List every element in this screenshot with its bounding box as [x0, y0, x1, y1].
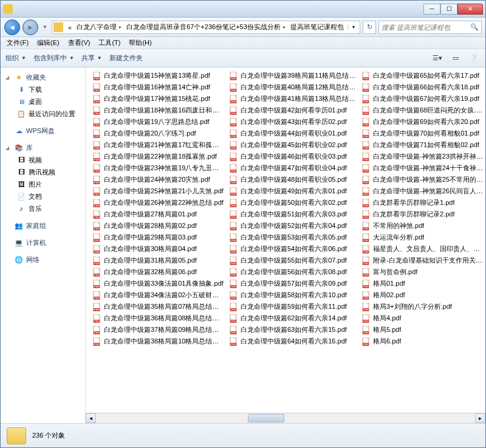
sidebar-item-pictures[interactable]: 🖼 图片	[1, 178, 85, 190]
breadcrumb-segment[interactable]: 白龙八字命理 ▸	[74, 22, 124, 32]
file-item[interactable]: PDF白龙命理中级篇38格局篇10格局总结练习.pdf	[91, 336, 227, 347]
file-item[interactable]: PDF白龙命理中级篇23神煞篇19八专九丑煞.pdf	[91, 162, 227, 174]
history-dropdown[interactable]: ▼	[41, 21, 49, 33]
include-in-library-button[interactable]: 包含到库中 ▼	[33, 53, 74, 63]
file-item[interactable]: PDF白龙命理中级篇71如何看相貌02.pdf	[360, 139, 485, 151]
file-item[interactable]: PDF格局5.pdf	[360, 324, 485, 336]
file-item[interactable]: PDF白龙命理中级篇53如何看六亲05.pdf	[227, 232, 360, 243]
file-item[interactable]: PDF附录-白龙命理基础知识干支作用关系.pdf	[360, 255, 485, 266]
scroll-track[interactable]	[96, 413, 475, 423]
sidebar-libraries[interactable]: ◢ 📚 库	[1, 142, 85, 154]
file-item[interactable]: PDF白龙命理中级篇44如何看职业01.pdf	[227, 128, 360, 139]
scroll-right-button[interactable]: ►	[475, 413, 485, 423]
file-item[interactable]: PDF白龙命理中级篇70如何看相貌01.pdf	[360, 128, 485, 139]
sidebar-homegroup[interactable]: 👥 家庭组	[1, 219, 85, 232]
file-item[interactable]: PDF白龙命理中级篇-神煞篇26民间盲人常用神煞.pdf	[360, 185, 485, 197]
file-item[interactable]: PDF白龙命理中级篇33像法篇01具像抽象.pdf	[91, 278, 227, 289]
sidebar-computer[interactable]: 💻 计算机	[1, 236, 85, 249]
sidebar-favorites[interactable]: ◢ ★ 收藏夹	[1, 71, 85, 83]
file-item[interactable]: PDF格局4.pdf	[360, 312, 485, 324]
file-item[interactable]: PDF白龙命理中级篇-神煞篇24十干食禄金羊禄.pdf	[360, 162, 485, 174]
file-item[interactable]: PDF白龙命理中级篇42如何看学历01.pdf	[227, 105, 360, 116]
breadcrumb-root[interactable]: «	[66, 24, 74, 31]
file-item[interactable]: PDF白龙命理中级篇59如何看六亲11.pdf	[227, 301, 360, 312]
file-item[interactable]: PDF白龙命理中级篇37格局篇09格局总结练习.pdf	[91, 324, 227, 336]
sidebar-item-downloads[interactable]: ⬇ 下载	[1, 83, 85, 95]
menu-file[interactable]: 文件(F)	[3, 37, 32, 49]
sidebar-wps[interactable]: ☁ WPS网盘	[1, 125, 85, 137]
file-item[interactable]: PDF白龙命理中级篇52如何看六亲04.pdf	[227, 220, 360, 232]
menu-tools[interactable]: 工具(T)	[95, 37, 124, 49]
file-item[interactable]: PDF白龙命理中级篇57如何看六亲09.pdf	[227, 278, 360, 289]
file-item[interactable]: PDF白龙命理中级篇35格局篇07格局总结练习.pdf	[91, 301, 227, 312]
file-item[interactable]: PDF白龙命理中级篇69如何看六亲20.pdf	[360, 116, 485, 128]
file-item[interactable]: PDF白龙命理中级篇66如何看六亲18.pdf	[360, 81, 485, 93]
search-box[interactable]: 🔍	[378, 21, 482, 34]
file-item[interactable]: PDF白龙命理中级篇68巨道闷死的女孩.pdf	[360, 105, 485, 116]
file-item[interactable]: PDF大运流年分析.pdf	[360, 232, 485, 243]
file-item[interactable]: PDF白龙命理中级篇63如何看六亲15.pdf	[227, 324, 360, 336]
file-item[interactable]: PDF白龙命理中级篇47如何看职业04.pdf	[227, 162, 360, 174]
file-item[interactable]: PDF白龙命理中级篇22神煞篇18孤寡煞.pdf	[91, 151, 227, 162]
breadcrumb-segment[interactable]: 白龙命理提高班录音67个+236份笔记+53份实战分析 ▸	[124, 22, 288, 32]
minimize-button[interactable]: ─	[423, 4, 440, 15]
file-item[interactable]: PDF白龙群看学历群聊记录1.pdf	[360, 197, 485, 208]
scroll-thumb[interactable]	[248, 414, 284, 422]
back-button[interactable]: ◄	[4, 19, 20, 35]
file-item[interactable]: PDF白龙命理中级篇28格局篇02.pdf	[91, 220, 227, 232]
close-button[interactable]: ✕	[457, 4, 483, 15]
file-item[interactable]: PDF富与贫命例.pdf	[360, 266, 485, 278]
file-item[interactable]: PDF白龙命理中级篇56如何看六亲08.pdf	[227, 266, 360, 278]
maximize-button[interactable]: ☐	[440, 4, 457, 15]
view-options-button[interactable]: ☰▾	[431, 53, 444, 64]
breadcrumb-segment[interactable]: 提高班笔记课程包	[288, 22, 346, 32]
file-item[interactable]: PDF白龙命理中级篇36格局篇08格局总结练习.pdf	[91, 312, 227, 324]
file-item[interactable]: PDF白龙命理中级篇51如何看六亲03.pdf	[227, 208, 360, 220]
search-icon[interactable]: 🔍	[470, 23, 479, 31]
menu-edit[interactable]: 编辑(E)	[33, 37, 63, 49]
share-button[interactable]: 共享 ▼	[81, 53, 102, 63]
search-input[interactable]	[382, 24, 470, 31]
file-item[interactable]: PDF白龙命理中级篇48如何看职业05.pdf	[227, 174, 360, 185]
file-item[interactable]: PDF白龙命理中级篇54如何看六亲06.pdf	[227, 243, 360, 255]
sidebar-item-tencent[interactable]: 🎞 腾讯视频	[1, 166, 85, 178]
file-item[interactable]: PDF白龙命理中级篇16神煞篇14亡神.pdf	[91, 81, 227, 93]
file-item[interactable]: PDF白龙命理中级篇43如何看学历02.pdf	[227, 116, 360, 128]
file-item[interactable]: PDF白龙命理中级篇18神煞篇16四废日和红艳煞.pdf	[91, 105, 227, 116]
file-item[interactable]: PDF白龙命理中级篇50如何看六亲02.pdf	[227, 197, 360, 208]
file-item[interactable]: PDF白龙命理中级篇31格局篇05.pdf	[91, 255, 227, 266]
file-item[interactable]: PDF白龙命理中级篇49如何看六亲01.pdf	[227, 185, 360, 197]
scroll-left-button[interactable]: ◄	[86, 413, 96, 423]
menu-help[interactable]: 帮助(H)	[125, 37, 155, 49]
file-item[interactable]: PDF白龙命理中级篇65如何看六亲17.pdf	[360, 70, 485, 81]
file-item[interactable]: PDF白龙命理中级篇55如何看六亲07.pdf	[227, 255, 360, 266]
file-item[interactable]: PDF白龙命理中级篇39格局篇11格局总结练习.pdf	[227, 70, 360, 81]
sidebar-network[interactable]: 🌐 网络	[1, 253, 85, 266]
file-item[interactable]: PDF白龙命理中级篇20八字练习.pdf	[91, 128, 227, 139]
file-item[interactable]: PDF白龙命理中级篇30格局篇04.pdf	[91, 243, 227, 255]
file-item[interactable]: PDF不常用的神煞.pdf	[360, 220, 485, 232]
file-item[interactable]: PDF格局6.pdf	[360, 336, 485, 347]
sidebar-item-desktop[interactable]: 🖥 桌面	[1, 95, 85, 108]
file-item[interactable]: PDF白龙命理中级篇21神煞篇17红鸾和孤辰寡宿.pdf	[91, 139, 227, 151]
file-item[interactable]: PDF白龙命理中级篇15神煞篇13将星.pdf	[91, 70, 227, 81]
file-item[interactable]: PDF白龙命理中级篇62如何看六亲14.pdf	[227, 312, 360, 324]
menu-view[interactable]: 查看(V)	[64, 37, 94, 49]
file-item[interactable]: PDF格局01.pdf	[360, 278, 485, 289]
preview-pane-button[interactable]: ▭	[449, 53, 462, 64]
file-item[interactable]: PDF白龙命理中级篇26神煞篇22神煞总结.pdf	[91, 197, 227, 208]
sidebar-item-documents[interactable]: 📄 文档	[1, 190, 85, 202]
help-button[interactable]: ❔	[467, 53, 481, 64]
file-item[interactable]: PDF白龙命理中级篇24神煞篇20灾煞.pdf	[91, 174, 227, 185]
refresh-button[interactable]: ↻	[363, 21, 376, 34]
file-item[interactable]: PDF白龙命理中级篇-神煞篇23拱禄开禄暗禄天厨禄	[360, 151, 485, 162]
file-item[interactable]: PDF白龙命理中级篇34像法篇02小五破财分析.pdf	[91, 289, 227, 301]
file-item[interactable]: PDF白龙命理中级篇17神煞篇15桃花.pdf	[91, 93, 227, 105]
address-bar[interactable]: « 白龙八字命理 ▸ 白龙命理提高班录音67个+236份笔记+53份实战分析 ▸…	[52, 21, 360, 34]
address-dropdown[interactable]: ▾	[347, 24, 358, 30]
file-item[interactable]: PDF白龙命理中级篇27格局篇01.pdf	[91, 208, 227, 220]
file-item[interactable]: PDF白龙命理中级篇29格局篇03.pdf	[91, 232, 227, 243]
file-item[interactable]: PDF白龙命理中级篇40格局篇12格局总结练习.pdf	[227, 81, 360, 93]
file-item[interactable]: PDF白龙命理中级篇67如何看六亲19.pdf	[360, 93, 485, 105]
file-item[interactable]: PDF白龙命理中级篇58如何看六亲10.pdf	[227, 289, 360, 301]
